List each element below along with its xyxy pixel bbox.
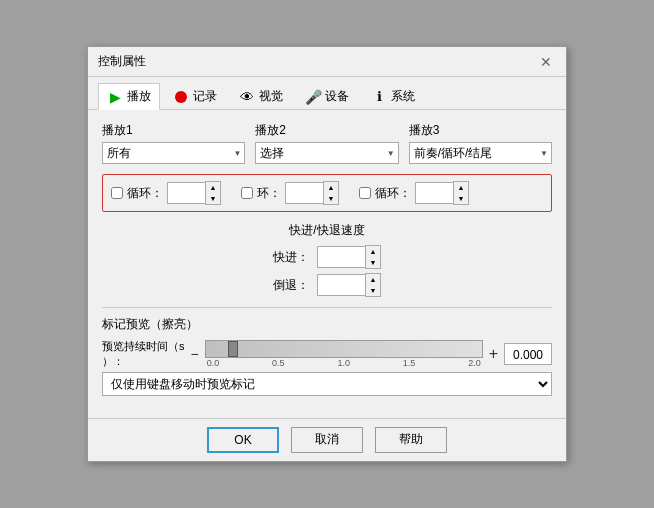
playback3-dropdown-wrapper: 所有 选择 前奏/循环/结尾 ▼ xyxy=(409,142,552,164)
help-button[interactable]: 帮助 xyxy=(375,427,447,453)
rewind-spinbox: 1.00 ▲ ▼ xyxy=(317,273,381,297)
close-button[interactable]: ✕ xyxy=(536,54,556,70)
playback2-dropdown[interactable]: 所有 选择 前奏/循环/结尾 xyxy=(255,142,398,164)
playback1-dropdown-wrapper: 所有 选择 前奏/循环/结尾 ▼ xyxy=(102,142,245,164)
scale-05: 0.5 xyxy=(272,358,285,368)
loop-section: 循环： 10 ▲ ▼ 环： 10 ▲ ▼ xyxy=(102,174,552,212)
slider-thumb[interactable] xyxy=(228,341,238,357)
fast-forward-down-button[interactable]: ▼ xyxy=(366,257,380,268)
loop1-label: 循环： xyxy=(127,185,163,202)
rewind-down-button[interactable]: ▼ xyxy=(366,285,380,296)
loop3-down-button[interactable]: ▼ xyxy=(454,193,468,204)
loop-group-3: 循环： 10 ▲ ▼ xyxy=(359,181,469,205)
slider-minus-button[interactable]: − xyxy=(191,346,199,362)
keyboard-dropdown-wrapper: 仅使用键盘移动时预览标记 xyxy=(102,372,552,396)
tab-device-label: 设备 xyxy=(325,88,349,105)
tab-bar: ▶ 播放 记录 👁 视觉 🎤 设备 ℹ 系统 xyxy=(88,77,566,110)
preview-row: 预览持续时间（s）： − 0.0 0.5 1.0 1.5 2.0 + 0.000 xyxy=(102,339,552,368)
slider-wrapper: 0.0 0.5 1.0 1.5 2.0 xyxy=(205,340,483,368)
marker-section-title: 标记预览（擦亮） xyxy=(102,316,552,333)
loop1-down-button[interactable]: ▼ xyxy=(206,193,220,204)
play-icon: ▶ xyxy=(107,89,123,105)
tab-system[interactable]: ℹ 系统 xyxy=(362,83,424,109)
playback3-dropdown[interactable]: 所有 选择 前奏/循环/结尾 xyxy=(409,142,552,164)
loop2-label: 环： xyxy=(257,185,281,202)
loop1-spin-buttons: ▲ ▼ xyxy=(205,181,221,205)
loop3-label: 循环： xyxy=(375,185,411,202)
loop1-spinbox: 10 ▲ ▼ xyxy=(167,181,221,205)
keyboard-select-container: 仅使用键盘移动时预览标记 xyxy=(102,372,552,396)
fast-forward-input[interactable]: 2.00 xyxy=(317,246,365,268)
loop-group-1: 循环： 10 ▲ ▼ xyxy=(111,181,221,205)
tab-playback[interactable]: ▶ 播放 xyxy=(98,83,160,110)
title-bar: 控制属性 ✕ xyxy=(88,47,566,77)
tab-playback-label: 播放 xyxy=(127,88,151,105)
scale-0: 0.0 xyxy=(207,358,220,368)
playback-group-1: 播放1 所有 选择 前奏/循环/结尾 ▼ xyxy=(102,122,245,164)
scale-20: 2.0 xyxy=(468,358,481,368)
tab-record-label: 记录 xyxy=(193,88,217,105)
tab-device[interactable]: 🎤 设备 xyxy=(296,83,358,109)
playback3-label: 播放3 xyxy=(409,122,552,139)
speed-section: 快进/快退速度 快进： 2.00 ▲ ▼ 倒退： 1.00 ▲ ▼ xyxy=(102,222,552,297)
slider-plus-button[interactable]: + xyxy=(489,345,498,363)
loop3-input[interactable]: 10 xyxy=(415,182,453,204)
preview-label: 预览持续时间（s）： xyxy=(102,339,185,368)
fast-forward-up-button[interactable]: ▲ xyxy=(366,246,380,257)
tab-content: 播放1 所有 选择 前奏/循环/结尾 ▼ 播放2 所有 选择 前奏/循环 xyxy=(88,110,566,418)
loop2-input[interactable]: 10 xyxy=(285,182,323,204)
loop3-checkbox[interactable] xyxy=(359,187,371,199)
playback1-label: 播放1 xyxy=(102,122,245,139)
dialog-buttons: OK 取消 帮助 xyxy=(88,418,566,461)
eye-icon: 👁 xyxy=(239,89,255,105)
playback1-dropdown[interactable]: 所有 选择 前奏/循环/结尾 xyxy=(102,142,245,164)
loop1-checkbox[interactable] xyxy=(111,187,123,199)
loop3-spin-buttons: ▲ ▼ xyxy=(453,181,469,205)
slider-value: 0.000 xyxy=(504,343,552,365)
mic-icon: 🎤 xyxy=(305,89,321,105)
playback2-label: 播放2 xyxy=(255,122,398,139)
loop1-input[interactable]: 10 xyxy=(167,182,205,204)
keyboard-mode-dropdown[interactable]: 仅使用键盘移动时预览标记 xyxy=(102,372,552,396)
rewind-input[interactable]: 1.00 xyxy=(317,274,365,296)
cancel-button[interactable]: 取消 xyxy=(291,427,363,453)
main-window: 控制属性 ✕ ▶ 播放 记录 👁 视觉 🎤 设备 ℹ 系统 播放1 xyxy=(87,46,567,462)
slider-scale: 0.0 0.5 1.0 1.5 2.0 xyxy=(205,358,483,368)
loop3-up-button[interactable]: ▲ xyxy=(454,182,468,193)
tab-record[interactable]: 记录 xyxy=(164,83,226,109)
speed-section-title: 快进/快退速度 xyxy=(102,222,552,239)
fast-forward-spinbox: 2.00 ▲ ▼ xyxy=(317,245,381,269)
fast-forward-spin-buttons: ▲ ▼ xyxy=(365,245,381,269)
loop2-spin-buttons: ▲ ▼ xyxy=(323,181,339,205)
rewind-label: 倒退： xyxy=(273,277,309,294)
loop-group-2: 环： 10 ▲ ▼ xyxy=(241,181,339,205)
rewind-spin-buttons: ▲ ▼ xyxy=(365,273,381,297)
loop2-up-button[interactable]: ▲ xyxy=(324,182,338,193)
tab-vision-label: 视觉 xyxy=(259,88,283,105)
tab-vision[interactable]: 👁 视觉 xyxy=(230,83,292,109)
fast-forward-row: 快进： 2.00 ▲ ▼ xyxy=(102,245,552,269)
slider-track[interactable] xyxy=(205,340,483,358)
loop3-spinbox: 10 ▲ ▼ xyxy=(415,181,469,205)
loop2-spinbox: 10 ▲ ▼ xyxy=(285,181,339,205)
scale-10: 1.0 xyxy=(337,358,350,368)
playback2-dropdown-wrapper: 所有 选择 前奏/循环/结尾 ▼ xyxy=(255,142,398,164)
marker-section: 标记预览（擦亮） 预览持续时间（s）： − 0.0 0.5 1.0 1.5 2.… xyxy=(102,307,552,396)
loop2-down-button[interactable]: ▼ xyxy=(324,193,338,204)
playback-group-2: 播放2 所有 选择 前奏/循环/结尾 ▼ xyxy=(255,122,398,164)
info-icon: ℹ xyxy=(371,89,387,105)
loop2-checkbox[interactable] xyxy=(241,187,253,199)
scale-15: 1.5 xyxy=(403,358,416,368)
loop1-up-button[interactable]: ▲ xyxy=(206,182,220,193)
rewind-row: 倒退： 1.00 ▲ ▼ xyxy=(102,273,552,297)
fast-forward-label: 快进： xyxy=(273,249,309,266)
window-title: 控制属性 xyxy=(98,53,146,70)
playback-group-3: 播放3 所有 选择 前奏/循环/结尾 ▼ xyxy=(409,122,552,164)
playback-groups: 播放1 所有 选择 前奏/循环/结尾 ▼ 播放2 所有 选择 前奏/循环 xyxy=(102,122,552,164)
tab-system-label: 系统 xyxy=(391,88,415,105)
rewind-up-button[interactable]: ▲ xyxy=(366,274,380,285)
record-icon xyxy=(173,89,189,105)
ok-button[interactable]: OK xyxy=(207,427,279,453)
